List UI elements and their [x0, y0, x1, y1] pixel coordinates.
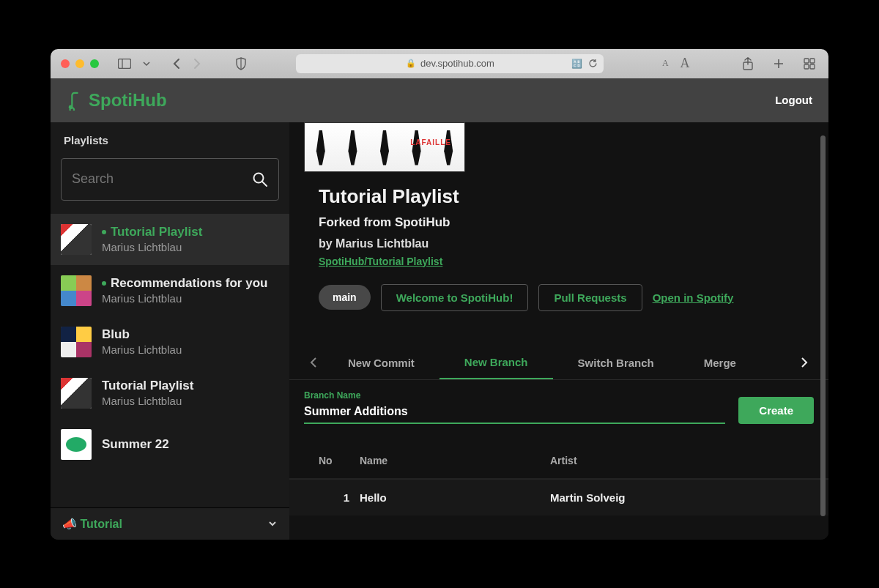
playlist-item[interactable]: Recommendations for you Marius Lichtblau: [51, 265, 289, 316]
sidebar-footer[interactable]: 📣 Tutorial: [51, 507, 289, 540]
reader-small-icon[interactable]: A: [659, 58, 672, 69]
brand-logo-icon: [67, 90, 83, 111]
svg-rect-0: [119, 59, 131, 68]
chevron-down-icon: [267, 518, 278, 529]
footer-label: Tutorial: [80, 518, 122, 530]
tab-new-branch[interactable]: New Branch: [440, 346, 553, 379]
cover-label: LAFAILLE: [410, 138, 451, 146]
tab-strip: New Commit New Branch Switch Branch Merg…: [289, 346, 828, 380]
svg-rect-9: [810, 64, 815, 69]
playlist-title: Summer 22: [102, 437, 169, 452]
megaphone-icon: 📣: [62, 518, 77, 530]
playlist-list: Tutorial Playlist Marius Lichtblau Recom…: [51, 214, 289, 507]
playlist-thumb: [61, 327, 92, 357]
playlist-title: Tutorial Playlist: [102, 379, 193, 393]
share-icon[interactable]: [739, 57, 757, 70]
playlist-thumb: [61, 224, 92, 255]
playlist-owner: Marius Lichtblau: [102, 241, 202, 253]
shield-icon[interactable]: [232, 57, 250, 70]
page-title: Tutorial Playlist: [319, 185, 812, 208]
playlist-item[interactable]: Tutorial Playlist Marius Lichtblau: [51, 368, 289, 419]
traffic-lights: [61, 59, 99, 68]
search-box[interactable]: [61, 158, 279, 201]
tabs-scroll-right[interactable]: [795, 357, 814, 368]
tabs-scroll-left[interactable]: [304, 357, 323, 368]
by-author: by Marius Lichtblau: [319, 237, 812, 250]
cell-no: 1: [319, 491, 360, 504]
sidebar-toggle-icon[interactable]: [115, 59, 134, 69]
playlist-thumb: [61, 275, 92, 306]
branch-name-input[interactable]: [304, 402, 725, 424]
lock-icon: 🔒: [406, 59, 416, 68]
reader-large-icon[interactable]: A: [678, 56, 693, 71]
reload-icon[interactable]: [588, 59, 598, 68]
col-name: Name: [360, 455, 550, 466]
source-path-link[interactable]: SpotiHub/Tutorial Playlist: [319, 256, 442, 267]
playlist-title: Blub: [102, 327, 182, 342]
search-input[interactable]: [72, 171, 229, 187]
svg-rect-7: [810, 59, 815, 63]
create-branch-button[interactable]: Create: [738, 397, 814, 424]
welcome-button[interactable]: Welcome to SpotiHub!: [381, 284, 529, 311]
playlist-owner: Marius Lichtblau: [102, 292, 267, 305]
action-row: main Welcome to SpotiHub! Pull Requests …: [289, 268, 828, 311]
app-header: SpotiHub Logout: [51, 78, 828, 122]
tracks-table: No Name Artist 1 Hello Martin Solveig: [289, 443, 828, 516]
search-icon: [252, 171, 268, 187]
address-bar[interactable]: 🔒 dev.spotihub.com 🔠: [296, 54, 604, 73]
url-text: dev.spotihub.com: [420, 58, 494, 69]
playlist-owner: Marius Lichtblau: [102, 395, 193, 407]
sidebar-heading: Playlists: [51, 122, 289, 155]
playlist-item[interactable]: Blub Marius Lichtblau: [51, 316, 289, 368]
scrollbar[interactable]: [820, 135, 826, 516]
minimize-window-button[interactable]: [75, 59, 84, 68]
app-body: Playlists Tutorial Playlist Marius Licht…: [51, 122, 828, 540]
forked-from: Forked from SpotiHub: [319, 215, 812, 230]
open-in-spotify-link[interactable]: Open in Spotify: [653, 291, 734, 304]
brand-text: SpotiHub: [89, 90, 167, 111]
svg-line-12: [262, 182, 267, 186]
svg-rect-6: [804, 59, 809, 63]
playlist-title: Tutorial Playlist: [102, 225, 202, 239]
cell-artist: Martin Solveig: [550, 491, 799, 504]
tab-new-commit[interactable]: New Commit: [323, 346, 440, 379]
tab-group-dropdown-icon[interactable]: [140, 60, 153, 67]
playlist-thumb: [61, 378, 92, 409]
branch-form: Branch Name Create: [289, 380, 828, 424]
playlist-title: Recommendations for you: [102, 276, 267, 291]
playlist-item[interactable]: Summer 22: [51, 419, 289, 470]
col-no: No: [319, 455, 360, 466]
forward-button[interactable]: [190, 58, 204, 70]
branch-name-label: Branch Name: [304, 390, 725, 401]
tab-merge[interactable]: Merge: [679, 346, 743, 379]
tab-switch-branch[interactable]: Switch Branch: [553, 346, 679, 379]
tabs-overview-icon[interactable]: [801, 58, 818, 70]
table-row[interactable]: 1 Hello Martin Solveig: [289, 479, 828, 516]
pull-requests-button[interactable]: Pull Requests: [538, 284, 642, 311]
translate-icon[interactable]: 🔠: [571, 59, 582, 69]
col-artist: Artist: [550, 455, 799, 466]
logout-link[interactable]: Logout: [775, 94, 812, 106]
table-header: No Name Artist: [289, 443, 828, 479]
browser-window: 🔒 dev.spotihub.com 🔠 A A: [51, 49, 828, 540]
maximize-window-button[interactable]: [90, 59, 99, 68]
close-window-button[interactable]: [61, 59, 70, 68]
sidebar: Playlists Tutorial Playlist Marius Licht…: [51, 122, 289, 540]
titlebar: 🔒 dev.spotihub.com 🔠 A A: [51, 49, 828, 78]
brand[interactable]: SpotiHub: [67, 90, 167, 111]
playlist-cover: LAFAILLE: [304, 122, 465, 172]
cell-name: Hello: [360, 491, 550, 504]
new-tab-icon[interactable]: [770, 58, 787, 70]
playlist-item[interactable]: Tutorial Playlist Marius Lichtblau: [51, 214, 289, 265]
svg-rect-8: [804, 64, 809, 69]
branch-pill[interactable]: main: [319, 285, 371, 310]
playlist-owner: Marius Lichtblau: [102, 343, 182, 356]
back-button[interactable]: [169, 58, 184, 70]
svg-point-10: [69, 105, 73, 109]
playlist-thumb: [61, 429, 92, 460]
main-content: LAFAILLE Tutorial Playlist Forked from S…: [289, 122, 828, 540]
